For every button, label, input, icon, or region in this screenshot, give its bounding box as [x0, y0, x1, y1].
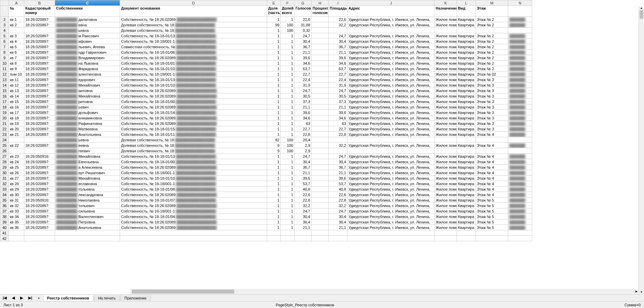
cell-kn[interactable]: 18:26:020897: — [24, 110, 55, 115]
cell-owner[interactable]: ████████ аитовна — [55, 88, 120, 93]
row-header[interactable]: 13 — [0, 77, 9, 82]
cell-kn[interactable] — [24, 28, 55, 33]
cell-kind[interactable]: Квартира — [457, 170, 476, 176]
cell-kn[interactable]: 18:26:020897: — [24, 104, 55, 110]
cell-address[interactable]: Удмуртская Республика, г. Ижевск, ул. Ле… — [347, 192, 435, 197]
cell-owner[interactable] — [55, 236, 120, 241]
cell-owner[interactable]: ████████ лександровна — [55, 192, 120, 197]
cell-votes-percent[interactable] — [312, 39, 329, 44]
cell-share[interactable]: 1 — [267, 82, 281, 88]
row-header[interactable]: 33 — [0, 187, 9, 192]
cell-shares-total[interactable]: 1 — [281, 170, 294, 176]
sheet-tab-appendix[interactable]: Приложение — [120, 295, 151, 301]
cell-no[interactable]: кв 8 — [9, 61, 24, 66]
cell-shares-total[interactable]: 1 — [281, 214, 294, 219]
cell-owner[interactable]: ████████ Михайловна — [55, 176, 120, 181]
cell-share[interactable]: 82 — [267, 137, 281, 143]
cell-votes-percent[interactable] — [312, 61, 329, 66]
cell-share[interactable]: 1 — [267, 159, 281, 165]
cell-area[interactable]: 21,1 — [329, 50, 347, 55]
row-header[interactable]: 14 — [0, 82, 9, 88]
cell-address[interactable]: Удмуртская Республика, г. Ижевск, ул. Ле… — [347, 50, 435, 55]
cell-area[interactable]: 34,6 — [329, 61, 347, 66]
cell-share[interactable]: 1 — [267, 197, 281, 203]
cell-no[interactable]: кв 23 — [9, 154, 24, 159]
cell-n[interactable]: ██████ — [508, 187, 532, 192]
cell-doc[interactable]: Собственность, № 18-18-01/13 ███████████… — [120, 77, 267, 82]
cell-owner[interactable]: ████████ Анатольевна — [55, 132, 120, 137]
cell-shares-total[interactable]: 1 — [281, 132, 294, 137]
cell-votes[interactable]: 22,4 — [294, 77, 312, 82]
cell-votes[interactable]: 24,7 — [294, 88, 312, 93]
cell-shares-total[interactable]: 1 — [281, 110, 294, 115]
cell-owner[interactable]: ████████ ритовна — [55, 99, 120, 104]
cell-votes[interactable]: 30,5 — [294, 93, 312, 99]
row-header[interactable]: 18 — [0, 104, 9, 110]
cell-share[interactable]: 1 — [267, 39, 281, 44]
cell-purpose[interactable]: Жилое поме — [435, 192, 457, 197]
row-header[interactable]: 19 — [0, 110, 9, 115]
cell-doc[interactable]: Собственность, № 18-18-01/13 ███████████… — [120, 33, 267, 39]
cell-area[interactable] — [329, 137, 347, 143]
cell-kind[interactable]: Квартира — [457, 50, 476, 55]
cell-no[interactable]: кв 16 — [9, 104, 24, 110]
cell-area[interactable]: 63,7 — [329, 66, 347, 72]
cell-share[interactable]: 1 — [267, 170, 281, 176]
cell-kind[interactable]: Квартира — [457, 197, 476, 203]
cell-no[interactable]: кв 13 — [9, 88, 24, 93]
cell-share[interactable]: 1 — [267, 77, 281, 82]
cell-doc[interactable]: Собственность, № 18:26:02089 ███████████… — [120, 17, 267, 22]
cell-shares-total[interactable]: 1 — [281, 197, 294, 203]
cell-no[interactable]: кв 19 — [9, 121, 24, 126]
cell-share[interactable]: 1 — [267, 154, 281, 159]
cell-votes[interactable]: 36,7 — [294, 165, 312, 170]
cell-shares-total[interactable]: 1 — [281, 165, 294, 170]
cell-kind[interactable] — [457, 236, 476, 241]
header-owners[interactable]: Собственники — [55, 6, 120, 17]
cell-shares-total[interactable]: 1 — [281, 82, 294, 88]
cell-n[interactable]: ██████ — [508, 44, 532, 50]
cell-kind[interactable]: Квартира — [457, 225, 476, 230]
cell-votes-percent[interactable] — [312, 137, 329, 143]
cell-owner[interactable]: ████████ алентиновна — [55, 72, 120, 77]
cell-floor[interactable]: Этаж № 4 — [476, 176, 508, 181]
cell-kind[interactable]: Квартира — [457, 99, 476, 104]
cell-n[interactable]: ██████ — [508, 77, 532, 82]
cell-owner[interactable]: ████████ Евгеньевна — [55, 159, 120, 165]
cell-n[interactable]: ██████ — [508, 219, 532, 225]
cell-owner[interactable]: ████████ а Алексеевна — [55, 165, 120, 170]
cell-purpose[interactable]: Жилое поме — [435, 115, 457, 121]
header-votes[interactable]: Голосов — [294, 6, 312, 17]
cell-doc[interactable]: Собственность, № 18-18-01/14 ███████████… — [120, 110, 267, 115]
cell-owner[interactable]: ████████ льевич, Агеева — [55, 44, 120, 50]
scroll-thumb-h[interactable] — [132, 290, 234, 294]
row-header[interactable]: 30 — [0, 170, 9, 176]
cell-share[interactable]: 1 — [267, 61, 281, 66]
cell-votes[interactable]: 26,4 — [294, 137, 312, 143]
vertical-scrollbar[interactable]: ▲ ▼ — [639, 6, 644, 294]
cell-owner[interactable]: ████████ ьевна — [55, 137, 120, 143]
cell-area[interactable] — [329, 230, 347, 236]
cell-share[interactable]: 1 — [267, 115, 281, 121]
cell-owner[interactable]: ████████ ениаминовна — [55, 115, 120, 121]
cell-area[interactable]: 32,2 — [329, 22, 347, 28]
row-header[interactable]: 21 — [0, 121, 9, 126]
cell-floor[interactable]: Этаж № 2 — [476, 39, 508, 44]
row-header[interactable]: 36 — [0, 203, 9, 208]
tab-nav-first[interactable]: |◀ — [0, 295, 9, 301]
cell-shares-total[interactable]: 1 — [281, 187, 294, 192]
cell-n[interactable]: ██████ — [508, 50, 532, 55]
cell-votes-percent[interactable] — [312, 187, 329, 192]
cell-kind[interactable]: Квартира — [457, 55, 476, 61]
cell-address[interactable]: Удмуртская Республика, г. Ижевск, ул. Ле… — [347, 77, 435, 82]
cell-votes[interactable]: 22,6 — [294, 192, 312, 197]
cell-share[interactable]: 1 — [267, 121, 281, 126]
cell-votes-percent[interactable] — [312, 165, 329, 170]
cell-shares-total[interactable]: 1 — [281, 208, 294, 214]
cell-doc[interactable]: Собственность, № 18-18/001-1 ███████████… — [120, 170, 267, 176]
cell-n[interactable]: ██████ — [508, 33, 532, 39]
cell-doc[interactable]: Собственность, № 18-18/001-1 ███████████… — [120, 72, 267, 77]
cell-address[interactable]: Удмуртская Республика, г. Ижевск, ул. Ле… — [347, 82, 435, 88]
cell-purpose[interactable]: Жилое поме — [435, 110, 457, 115]
cell-n[interactable]: ██████ — [508, 22, 532, 28]
